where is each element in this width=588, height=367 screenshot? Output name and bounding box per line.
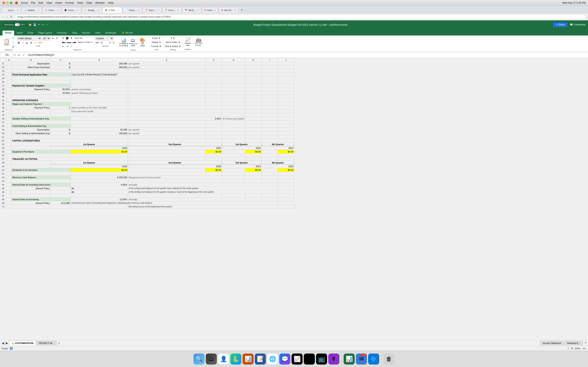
cell-d31[interactable]: 200,000 [71, 62, 128, 66]
cell-c49[interactable]: $ [51, 128, 71, 132]
col-header-a[interactable]: A [6, 58, 12, 62]
cell-e68[interactable]: Annually [128, 198, 206, 201]
tab-requi[interactable]: 📄Requi...✕ [122, 7, 142, 13]
align-right-button[interactable]: ▬▶ [72, 40, 77, 44]
cell-e65[interactable]: of the ending cash balance for the quart… [128, 187, 278, 190]
comments-button[interactable]: 💬 Comments [570, 23, 586, 26]
cell-q1-header-58[interactable]: 1st Quarter [51, 161, 128, 165]
tab-meeti[interactable]: 📅Meeti...✕ [182, 7, 201, 13]
align-middle-button[interactable]: ⬛ [65, 36, 69, 40]
refresh-button[interactable]: ↻ [9, 15, 13, 19]
tab-pre-active[interactable]: 📗1. Pre...✕ [102, 7, 122, 13]
menu-tools[interactable]: Tools [77, 1, 83, 4]
cell-section-57[interactable]: TREASURY ACTIVITIES [12, 157, 128, 161]
prev-sheet-button[interactable]: ◀ [1, 341, 5, 345]
menu-file[interactable]: File [31, 1, 35, 4]
font-color-button[interactable]: A▼ [38, 41, 43, 44]
cell-sub-48[interactable]: Fixed Selling & Administrative Exp [12, 124, 71, 128]
tab-newm[interactable]: ✉New M...✕ [219, 7, 238, 13]
sheet-area[interactable]: A B C D E F G H I J 31 [0, 58, 588, 340]
cell-c31[interactable]: $ [51, 62, 71, 66]
cell-a31[interactable] [6, 62, 12, 66]
dock-word[interactable]: 📝 [255, 354, 266, 365]
cell-sub-68[interactable]: Interest Rate for borrowing [12, 198, 71, 201]
cell-b31[interactable]: Depreciation [12, 62, 51, 66]
tab-data[interactable]: Data [70, 31, 80, 35]
cell-d44[interactable]: Fully paid each month [71, 109, 128, 113]
decimal-increase-button[interactable]: .0 [108, 41, 112, 44]
tab-came[interactable]: 🎥Came...✕ [62, 7, 81, 13]
cell-i31[interactable] [261, 62, 278, 66]
new-tab-button[interactable]: + [239, 7, 245, 13]
dock-messenger[interactable]: 💬 [279, 354, 290, 365]
page-layout-icon[interactable]: ⬜ [567, 347, 570, 350]
cell-a32[interactable] [6, 66, 12, 69]
cell-d50[interactable]: 180,000 [71, 132, 128, 135]
font-size-select[interactable]: 10 [42, 36, 51, 40]
cell-d65[interactable]: All [71, 187, 128, 190]
add-bottom-tab-button[interactable]: + [584, 341, 587, 345]
tab-statisti[interactable]: 📊Statisti...✕ [21, 7, 42, 13]
font-decrease-button[interactable]: A⁻ [56, 36, 60, 40]
insert-cells-button[interactable]: Insert ▼ [150, 36, 163, 40]
cell-section-34[interactable]: Fixed Overhead Application Rate [12, 73, 71, 76]
cell-e66[interactable]: of the ending cash balance for the quart… [128, 190, 278, 194]
tab-developer[interactable]: Developer [103, 31, 119, 35]
app-menu-excel[interactable]: Excel [21, 1, 28, 4]
col-header-h[interactable]: H [245, 58, 261, 62]
cell-e50[interactable]: per quarter [128, 132, 206, 135]
wrap-text-button[interactable]: Wrap Text [73, 36, 84, 40]
tab-formulas[interactable]: Formulas [54, 31, 70, 35]
cell-q3y-59[interactable]: 2023 [222, 165, 261, 168]
cut-button[interactable]: ✂ [11, 36, 15, 40]
tab-help[interactable]: ❓help f...✕ [143, 7, 162, 13]
cell-q4-header-53[interactable]: 4th Quarter [261, 142, 294, 146]
cell-d38[interactable]: quarter of purchase [71, 87, 128, 91]
accessibility-icon[interactable]: ♿ [10, 347, 13, 350]
sum-button[interactable]: Σ ▼ [164, 36, 181, 40]
menu-window[interactable]: Window [95, 1, 105, 4]
menu-view[interactable]: View [46, 1, 52, 4]
cell-e32[interactable]: per quarter [128, 66, 206, 69]
font-family-select[interactable]: Calibri (Body) [17, 36, 42, 40]
cell-b43[interactable]: Payment Policy [12, 106, 51, 109]
col-header-g[interactable]: G [222, 58, 245, 62]
cell-q2y-54[interactable]: 2023 [128, 146, 222, 150]
fill-color-button[interactable]: A▼ [33, 41, 38, 44]
cell-e31[interactable]: per quarter [128, 62, 206, 66]
cell-b65[interactable]: Interest Policy [12, 187, 51, 190]
autosave-switch[interactable] [15, 23, 20, 26]
align-top-button[interactable]: ⬆ [61, 36, 65, 40]
address-input[interactable] [15, 14, 586, 19]
cell-q4y-54[interactable]: 2023 [261, 146, 294, 150]
cell-c64[interactable]: 4.50% [71, 183, 128, 187]
redo-icon[interactable]: ↪ [42, 23, 44, 26]
cell-d34[interactable]: CALCULATE FROM PRODUCTION BUDGET [71, 73, 245, 76]
tab-tell-me[interactable]: ✨ Tell me [119, 31, 135, 35]
percent-button[interactable]: % [100, 41, 104, 44]
forward-button[interactable]: › [6, 15, 8, 19]
cell-d69[interactable]: increments are used in borrowing and rep… [71, 201, 261, 205]
cell-q4y-59[interactable]: 2023 [261, 165, 294, 168]
col-header-f[interactable]: F [206, 58, 222, 62]
merge-center-button[interactable]: Merge & Center ▼ [77, 40, 93, 44]
cell-q3-header-53[interactable]: 3rd Quarter [222, 142, 261, 146]
dock-outlook[interactable]: 🔷 [368, 354, 379, 365]
cell-b69[interactable]: Interest Policy [12, 201, 51, 205]
cell-sub-55[interactable]: Equipment Purchases [12, 150, 71, 154]
cell-q4-60[interactable]: $0.00 [278, 168, 294, 172]
dock-appletv[interactable]: 📺 [316, 354, 327, 365]
italic-button[interactable]: I [21, 41, 25, 44]
cell-b50[interactable]: Other Selling & Administrative Exp [12, 132, 51, 135]
save-icon[interactable]: 💾 [33, 23, 36, 26]
cell-b38[interactable]: Payment Policy [12, 87, 51, 91]
tab-how[interactable]: ❓how c...✕ [162, 7, 182, 13]
underline-button[interactable]: U [25, 41, 29, 44]
cell-f31[interactable] [206, 62, 222, 66]
cell-section-37[interactable]: Payment for Variable Supplies [12, 84, 71, 87]
align-center-button[interactable]: ▬▬ [66, 40, 72, 44]
tab-insert[interactable]: Insert [14, 31, 25, 35]
cell-section-52[interactable]: CAPITAL EXPENDITURES [12, 139, 128, 142]
find-select-button[interactable]: Find & Select ▼ [164, 44, 181, 48]
dock-trash[interactable]: 🗑 [383, 354, 394, 365]
